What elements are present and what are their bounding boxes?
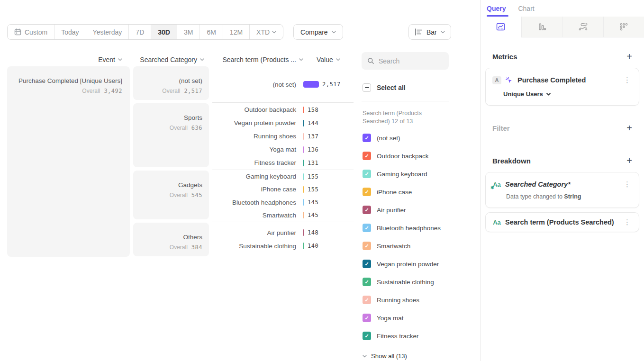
legend-item[interactable]: ✓Outdoor backpack bbox=[363, 147, 480, 165]
date-range-yesterday[interactable]: Yesterday bbox=[86, 25, 129, 39]
filter-heading: Filter bbox=[492, 124, 510, 132]
tab-insights[interactable] bbox=[481, 17, 521, 37]
checkbox-checked[interactable]: ✓ bbox=[363, 332, 371, 340]
overall-label: Overall bbox=[170, 192, 188, 199]
date-range-30d[interactable]: 30D bbox=[151, 25, 177, 39]
chart-type-button[interactable]: Bar bbox=[408, 24, 451, 40]
date-range-12m[interactable]: 12M bbox=[223, 25, 250, 39]
tab-funnels[interactable] bbox=[521, 17, 562, 37]
date-range-xtd[interactable]: XTD bbox=[250, 25, 283, 39]
tab-flows[interactable] bbox=[562, 17, 603, 37]
add-metric-button[interactable]: + bbox=[626, 52, 632, 61]
date-range-today[interactable]: Today bbox=[54, 25, 86, 39]
checkbox-checked[interactable]: ✓ bbox=[363, 242, 371, 250]
date-range-3m[interactable]: 3M bbox=[177, 25, 200, 39]
value-bar bbox=[303, 212, 304, 218]
term-label: Gaming keyboard bbox=[212, 173, 303, 180]
select-all-row[interactable]: Select all bbox=[363, 83, 480, 92]
checkbox-checked[interactable]: ✓ bbox=[363, 296, 371, 304]
term-group: (not set)2,517 bbox=[212, 66, 354, 102]
date-range-6m[interactable]: 6M bbox=[200, 25, 223, 39]
value-bar bbox=[303, 186, 304, 193]
tab-query[interactable]: Query bbox=[487, 5, 506, 17]
event-name: Purchase Completed [Unique Users] bbox=[7, 77, 122, 85]
checkbox-checked[interactable]: ✓ bbox=[363, 152, 371, 160]
select-all-checkbox[interactable] bbox=[363, 83, 371, 92]
column-header-searched-category[interactable]: Searched Category bbox=[133, 55, 209, 63]
compare-button[interactable]: Compare bbox=[293, 24, 343, 40]
legend-item[interactable]: ✓iPhone case bbox=[363, 183, 480, 201]
show-all-row[interactable]: Show all (13) bbox=[363, 352, 480, 360]
checkbox-checked[interactable]: ✓ bbox=[363, 188, 371, 196]
checkbox-checked[interactable]: ✓ bbox=[363, 170, 371, 178]
term-label: Yoga mat bbox=[212, 146, 303, 153]
category-name: (not set) bbox=[133, 77, 202, 85]
metric-usage-dropdown[interactable]: Unique Users bbox=[503, 90, 632, 98]
metric-card: A Purchase Completed ⋮ Unique Users bbox=[485, 68, 639, 106]
value-text: 137 bbox=[308, 133, 318, 140]
value-bar bbox=[303, 173, 304, 180]
term-label: Vegan protein powder bbox=[212, 119, 303, 126]
horizontal-bar-chart-icon bbox=[415, 28, 423, 36]
legend-item[interactable]: ✓Air purifier bbox=[363, 201, 480, 219]
value-text: 155 bbox=[308, 173, 318, 180]
metric-name: Purchase Completed bbox=[517, 76, 586, 84]
table-row: Fitness tracker131 bbox=[212, 156, 354, 170]
legend-item[interactable]: ✓Yoga mat bbox=[363, 309, 480, 327]
legend-search-box[interactable] bbox=[362, 52, 449, 70]
event-cell: Purchase Completed [Unique Users] Overal… bbox=[7, 66, 130, 257]
table-row: Vegan protein powder144 bbox=[212, 117, 354, 130]
kebab-menu-icon[interactable]: ⋮ bbox=[622, 180, 632, 189]
term-label: Smartwatch bbox=[212, 212, 303, 219]
string-property-icon: Aa bbox=[492, 219, 501, 226]
legend-item[interactable]: ✓Smartwatch bbox=[363, 237, 480, 255]
value-bar bbox=[303, 120, 304, 126]
checkbox-checked[interactable]: ✓ bbox=[363, 134, 371, 142]
legend-item[interactable]: ✓Gaming keyboard bbox=[363, 165, 480, 183]
insights-chart-icon bbox=[496, 23, 505, 31]
checkbox-checked[interactable]: ✓ bbox=[363, 206, 371, 214]
add-filter-button[interactable]: + bbox=[626, 123, 632, 133]
note-prefix: Data type changed to bbox=[506, 193, 564, 200]
term-label: Air purifier bbox=[212, 229, 303, 236]
date-range-label: XTD bbox=[256, 28, 270, 36]
funnel-bars-icon bbox=[537, 23, 546, 31]
date-range-7d[interactable]: 7D bbox=[129, 25, 151, 39]
string-property-icon: Aa✱ bbox=[492, 181, 501, 188]
legend-item-label: Gaming keyboard bbox=[377, 171, 427, 178]
column-header-event[interactable]: Event bbox=[7, 55, 130, 63]
checkbox-checked[interactable]: ✓ bbox=[363, 314, 371, 322]
column-header-value[interactable]: Value bbox=[317, 55, 345, 63]
checkbox-checked[interactable]: ✓ bbox=[363, 260, 371, 268]
value-bar bbox=[303, 243, 304, 249]
search-input[interactable] bbox=[379, 57, 440, 65]
kebab-menu-icon[interactable]: ⋮ bbox=[622, 76, 632, 84]
kebab-menu-icon[interactable]: ⋮ bbox=[622, 218, 632, 226]
flows-icon bbox=[579, 23, 588, 31]
tab-retention[interactable] bbox=[603, 17, 644, 37]
legend-item[interactable]: ✓Sustainable clothing bbox=[363, 273, 480, 291]
legend-item[interactable]: ✓Vegan protein powder bbox=[363, 255, 480, 273]
compare-label: Compare bbox=[300, 28, 328, 36]
term-label: Fitness tracker bbox=[212, 159, 303, 166]
breakdown-name: Search term (Products Searched) bbox=[505, 218, 614, 226]
checkbox-checked[interactable]: ✓ bbox=[363, 224, 371, 232]
column-header-label: Value bbox=[317, 56, 333, 63]
add-breakdown-button[interactable]: + bbox=[626, 156, 632, 165]
checkbox-checked[interactable]: ✓ bbox=[363, 278, 371, 286]
value-text: 136 bbox=[308, 146, 318, 153]
date-range-label: Custom bbox=[25, 28, 47, 36]
legend-item[interactable]: ✓(not set) bbox=[363, 129, 480, 147]
legend-item[interactable]: ✓Bluetooth headphones bbox=[363, 219, 480, 237]
value-text: 145 bbox=[308, 199, 318, 206]
date-range-control: CustomTodayYesterday7D30D3M6M12MXTD bbox=[7, 24, 283, 40]
legend-item[interactable]: ✓Running shoes bbox=[363, 291, 480, 309]
date-range-custom[interactable]: Custom bbox=[8, 25, 54, 39]
tab-chart[interactable]: Chart bbox=[518, 5, 534, 17]
legend-item-label: Vegan protein powder bbox=[377, 261, 439, 268]
legend-item-label: Bluetooth headphones bbox=[377, 225, 441, 232]
value-bar bbox=[303, 199, 304, 206]
legend-item[interactable]: ✓Fitness tracker bbox=[363, 327, 480, 345]
column-header-search-term[interactable]: Search term (Products ... bbox=[212, 55, 303, 63]
category-name: Sports bbox=[133, 114, 202, 122]
